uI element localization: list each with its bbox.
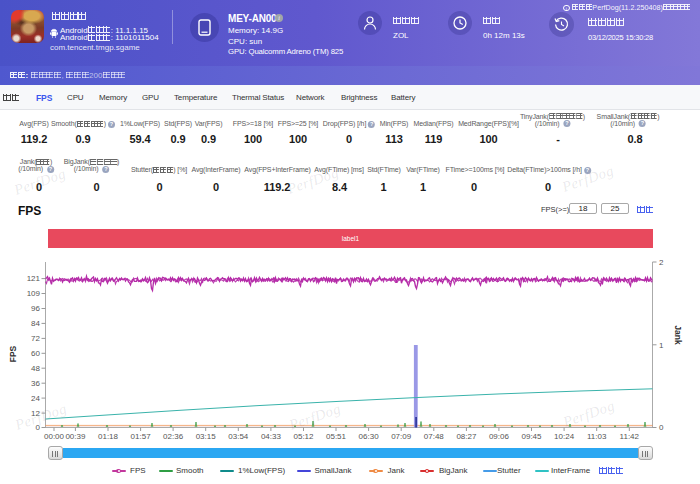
svg-text:07:48: 07:48: [424, 432, 445, 441]
svg-text:02:36: 02:36: [163, 432, 184, 441]
svg-text:Jank: Jank: [673, 325, 683, 345]
svg-text:2: 2: [659, 258, 664, 267]
svg-text:109: 109: [27, 289, 41, 298]
svg-text:05:12: 05:12: [293, 432, 314, 441]
svg-text:10:24: 10:24: [554, 432, 575, 441]
svg-text:01:18: 01:18: [98, 432, 119, 441]
svg-text:00:39: 00:39: [65, 432, 86, 441]
svg-text:01:57: 01:57: [131, 432, 152, 441]
svg-text:11:03: 11:03: [587, 432, 607, 441]
svg-text:FPS: FPS: [8, 345, 18, 362]
svg-text:08:27: 08:27: [456, 432, 477, 441]
svg-text:06:30: 06:30: [359, 432, 380, 441]
svg-text:96: 96: [31, 304, 40, 313]
svg-text:48: 48: [31, 364, 40, 373]
svg-text:09:06: 09:06: [489, 432, 510, 441]
svg-text:09:45: 09:45: [521, 432, 542, 441]
svg-text:05:51: 05:51: [326, 432, 347, 441]
svg-text:60: 60: [31, 349, 40, 358]
svg-text:00:00: 00:00: [44, 432, 65, 441]
svg-text:121: 121: [27, 274, 41, 283]
svg-text:24: 24: [31, 394, 40, 403]
svg-text:11:42: 11:42: [620, 432, 640, 441]
svg-text:03:54: 03:54: [228, 432, 249, 441]
svg-text:07:09: 07:09: [391, 432, 412, 441]
svg-text:84: 84: [31, 319, 40, 328]
svg-text:04:33: 04:33: [261, 432, 282, 441]
svg-text:1: 1: [659, 341, 664, 350]
svg-text:0: 0: [659, 423, 664, 432]
svg-text:72: 72: [31, 334, 40, 343]
svg-text:36: 36: [31, 379, 40, 388]
svg-text:03:15: 03:15: [196, 432, 217, 441]
